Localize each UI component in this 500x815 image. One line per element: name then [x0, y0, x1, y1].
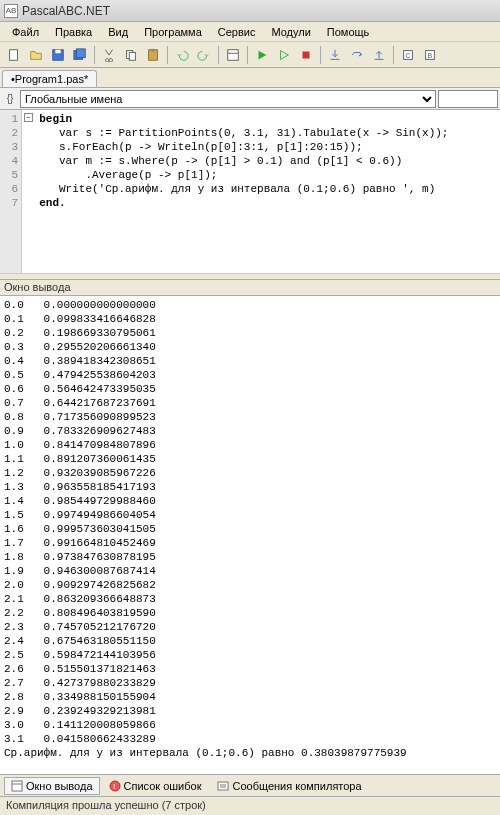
code-line: s.ForEach(p -> Writeln(p[0]:3:1, p[1]:20…: [39, 141, 362, 153]
svg-rect-6: [129, 52, 135, 60]
tab-label: Сообщения компилятора: [232, 780, 361, 792]
window-title: PascalABC.NET: [22, 4, 110, 18]
code-line: var m := s.Where(p -> (p[1] > 0.1) and (…: [39, 155, 402, 167]
bottom-tabs: Окно вывода ! Список ошибок Сообщения ко…: [0, 775, 500, 797]
svg-text:!: !: [113, 782, 115, 791]
editor-tabs: •Program1.pas*: [0, 68, 500, 88]
code-line: .Average(p -> p[1]);: [39, 169, 217, 181]
step-out-icon[interactable]: [369, 45, 389, 65]
separator: [167, 46, 168, 64]
save-all-icon[interactable]: [70, 45, 90, 65]
code-line: end.: [39, 197, 65, 209]
tab-errors[interactable]: ! Список ошибок: [102, 777, 209, 795]
toolbar: C B: [0, 42, 500, 68]
svg-rect-16: [12, 781, 22, 791]
undo-icon[interactable]: [172, 45, 192, 65]
statusbar: Компиляция прошла успешно (7 строк): [0, 797, 500, 815]
code-area[interactable]: begin var s := PartitionPoints(0, 3.1, 3…: [22, 110, 500, 279]
scope-icon: {}: [2, 91, 18, 107]
menu-program[interactable]: Программа: [136, 24, 210, 40]
errors-tab-icon: !: [109, 780, 121, 792]
run-no-debug-icon[interactable]: [274, 45, 294, 65]
new-file-icon[interactable]: [4, 45, 24, 65]
svg-text:B: B: [427, 51, 432, 58]
menu-service[interactable]: Сервис: [210, 24, 264, 40]
separator: [94, 46, 95, 64]
output-panel[interactable]: 0.0 0.000000000000000 0.1 0.099833416646…: [0, 296, 500, 775]
step-over-icon[interactable]: [347, 45, 367, 65]
menubar: Файл Правка Вид Программа Сервис Модули …: [0, 22, 500, 42]
redo-icon[interactable]: [194, 45, 214, 65]
step-into-icon[interactable]: [325, 45, 345, 65]
code-line: var s := PartitionPoints(0, 3.1, 31).Tab…: [39, 127, 448, 139]
scope-select[interactable]: Глобальные имена: [20, 90, 436, 108]
menu-view[interactable]: Вид: [100, 24, 136, 40]
tab-output[interactable]: Окно вывода: [4, 777, 100, 795]
code-line: begin: [39, 113, 72, 125]
code-editor[interactable]: 1234567 − begin var s := PartitionPoints…: [0, 110, 500, 280]
menu-file[interactable]: Файл: [4, 24, 47, 40]
scope-filter[interactable]: [438, 90, 498, 108]
tab-label: Список ошибок: [124, 780, 202, 792]
svg-rect-20: [218, 782, 228, 790]
tab-program1[interactable]: •Program1.pas*: [2, 70, 97, 87]
separator: [393, 46, 394, 64]
open-file-icon[interactable]: [26, 45, 46, 65]
svg-rect-4: [77, 48, 86, 57]
cut-icon[interactable]: [99, 45, 119, 65]
compiler-tab-icon: [217, 780, 229, 792]
line-gutter: 1234567: [0, 110, 22, 279]
run-icon[interactable]: [252, 45, 272, 65]
paste-icon[interactable]: [143, 45, 163, 65]
separator: [247, 46, 248, 64]
menu-edit[interactable]: Правка: [47, 24, 100, 40]
scope-bar: {} Глобальные имена: [0, 88, 500, 110]
fold-marker[interactable]: −: [24, 113, 33, 122]
editor-scroll[interactable]: [0, 273, 500, 279]
menu-help[interactable]: Помощь: [319, 24, 378, 40]
output-header: Окно вывода: [0, 280, 500, 296]
titlebar: AB PascalABC.NET: [0, 0, 500, 22]
svg-rect-2: [55, 49, 60, 53]
copy-icon[interactable]: [121, 45, 141, 65]
properties-icon[interactable]: [223, 45, 243, 65]
svg-text:C: C: [405, 51, 410, 58]
app-icon: AB: [4, 4, 18, 18]
compile-icon[interactable]: C: [398, 45, 418, 65]
tab-compiler[interactable]: Сообщения компилятора: [210, 777, 368, 795]
tab-label: Окно вывода: [26, 780, 93, 792]
stop-icon[interactable]: [296, 45, 316, 65]
menu-modules[interactable]: Модули: [263, 24, 318, 40]
save-icon[interactable]: [48, 45, 68, 65]
svg-rect-9: [228, 49, 239, 60]
svg-rect-8: [151, 48, 155, 51]
build-icon[interactable]: B: [420, 45, 440, 65]
output-tab-icon: [11, 780, 23, 792]
code-line: Write('Ср.арифм. для y из интервала (0.1…: [39, 183, 435, 195]
svg-rect-0: [10, 49, 18, 60]
svg-rect-11: [303, 51, 310, 58]
separator: [218, 46, 219, 64]
separator: [320, 46, 321, 64]
